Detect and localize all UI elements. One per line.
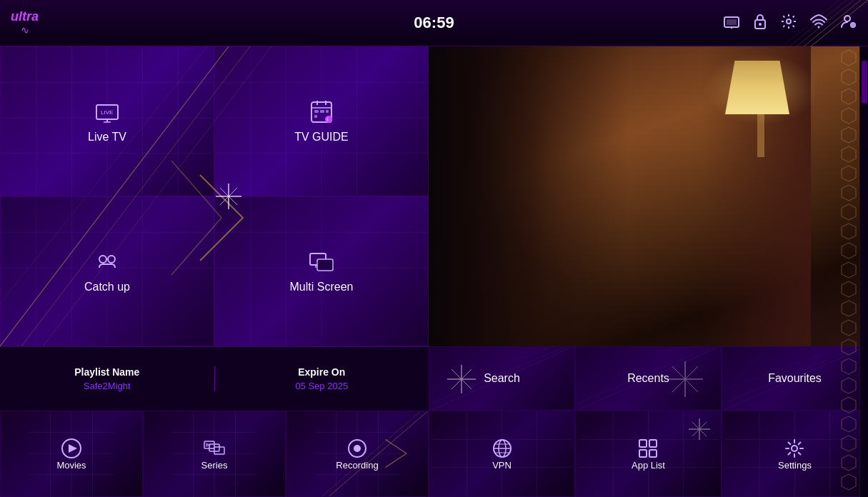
wifi-icon: ∿ [21,24,29,36]
svg-rect-138 [649,450,657,457]
svg-point-6 [787,19,791,24]
recents-label: Recents [627,372,669,385]
top-icons [723,13,857,34]
svg-rect-61 [317,259,333,271]
live-tv-tile[interactable]: LIVE Live TV [0,46,214,196]
settings-tile[interactable]: Settings [722,411,868,497]
svg-rect-135 [639,440,647,447]
svg-marker-79 [69,444,77,453]
user-icon[interactable] [840,13,857,34]
menu-grid: LIVE Live TV [0,46,429,346]
svg-rect-44 [314,115,317,118]
catch-up-tile[interactable]: Catch up [0,196,214,346]
right-bottom-row: VPN [429,411,868,497]
series-icon [203,437,226,460]
svg-point-7 [818,26,820,28]
favourites-label: Favourites [768,372,822,385]
clock-display: 06:59 [414,14,454,32]
live-tv-icon: LIVE [94,99,120,125]
svg-rect-41 [314,110,319,113]
multi-screen-tile[interactable]: Multi Screen [214,196,429,346]
app-list-tile[interactable]: App List [575,411,722,497]
search-tile[interactable]: Search [429,346,575,411]
settings-label: Settings [778,460,812,471]
svg-point-99 [354,445,361,452]
vpn-icon [491,437,514,460]
right-panel: Search Recents [429,46,868,497]
video-scene [429,46,868,346]
series-tile[interactable]: Series [143,411,286,497]
playlist-bar: Playlist Name Safe2Might Expire On 05 Se… [0,346,429,411]
expire-label: Expire On [298,366,345,378]
top-bar: ultra ∿ 06:59 [0,0,868,46]
settings-gear-icon [783,437,806,460]
playlist-name-section: Playlist Name Safe2Might [0,366,215,391]
svg-point-8 [844,16,850,21]
svg-text:LIVE: LIVE [101,109,113,116]
recording-tile[interactable]: Recording [286,411,429,497]
live-tv-label: Live TV [88,131,126,144]
app-list-label: App List [632,460,665,471]
svg-point-144 [792,446,797,451]
scrollbar-thumb[interactable] [862,61,867,104]
series-label: Series [201,460,228,471]
svg-point-5 [759,23,762,26]
recording-icon [346,437,369,460]
movies-icon [60,437,83,460]
recents-tile[interactable]: Recents [575,346,722,411]
logo-area: ultra ∿ [11,10,39,36]
expire-section: Expire On 05 Sep 2025 [215,366,429,391]
tv-guide-tile[interactable]: ! TV GUIDE [214,46,429,196]
vpn-label: VPN [492,460,512,471]
app-logo: ultra [11,10,39,23]
svg-rect-3 [727,19,737,25]
main-content: LIVE Live TV [0,46,868,497]
settings-icon[interactable] [780,13,797,34]
favourites-tile[interactable]: Favourites [722,346,868,411]
expire-value: 05 Sep 2025 [295,381,348,391]
catch-up-icon [94,249,120,275]
recording-label: Recording [336,460,378,471]
tv-guide-icon: ! [309,99,334,125]
scrollbar[interactable] [859,46,868,497]
bottom-left-row: Movies [0,411,429,497]
multi-screen-icon [309,249,334,275]
svg-point-54 [108,256,115,263]
svg-rect-42 [320,110,324,113]
left-panel: LIVE Live TV [0,46,429,497]
svg-point-53 [99,256,106,263]
search-label: Search [484,372,520,385]
video-area [429,46,868,346]
multi-screen-label: Multi Screen [290,281,354,293]
svg-rect-137 [639,450,647,457]
app-list-icon [637,437,659,460]
playlist-name-label: Playlist Name [74,366,139,378]
catch-up-label: Catch up [84,281,130,293]
movies-tile[interactable]: Movies [0,411,143,497]
tv-guide-label: TV GUIDE [294,131,349,144]
quick-access-tiles: Search Recents [429,346,868,411]
svg-text:!: ! [326,116,328,123]
tv-status-icon[interactable] [723,14,740,32]
wifi-status-icon[interactable] [810,14,827,32]
vpn-tile[interactable]: VPN [429,411,575,497]
svg-rect-43 [326,110,329,113]
lock-icon[interactable] [753,13,767,34]
svg-marker-89 [206,443,211,447]
svg-rect-136 [649,440,657,447]
playlist-name-value: Safe2Might [84,381,131,391]
movies-label: Movies [56,460,86,471]
